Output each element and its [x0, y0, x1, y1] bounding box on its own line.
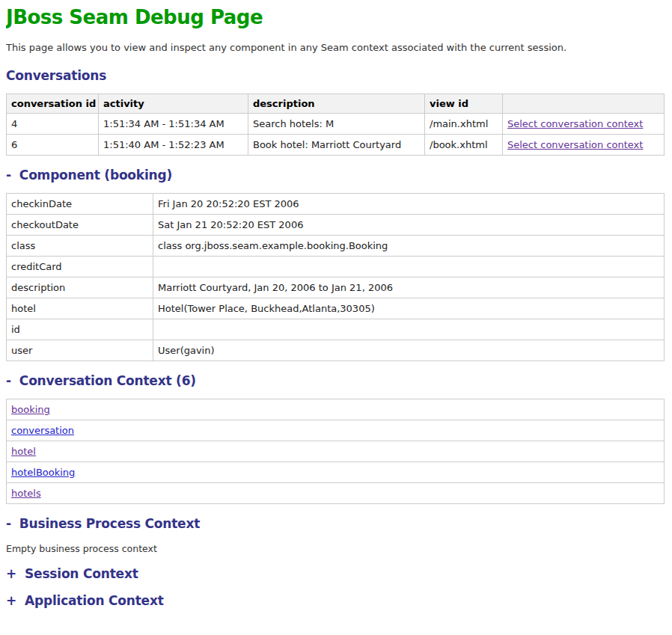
column-header-view-id: view id	[425, 94, 503, 114]
component-section-heading[interactable]: -Component (booking)	[6, 168, 666, 182]
session-context-heading[interactable]: +Session Context	[6, 566, 666, 581]
property-row: user User(gavin)	[7, 340, 665, 361]
context-variable-cell: hotelBooking	[7, 462, 665, 483]
collapse-icon[interactable]: -	[6, 373, 11, 388]
property-value	[153, 319, 665, 340]
context-variable-row: booking	[7, 399, 665, 420]
context-variable-cell: hotel	[7, 441, 665, 462]
conversation-context-table: booking conversation hotel hotelBooking	[6, 399, 665, 504]
context-variable-cell: conversation	[7, 420, 665, 441]
property-name: description	[7, 277, 153, 298]
conversations-table: conversation id activity description vie…	[6, 93, 665, 156]
conversation-context-heading[interactable]: -Conversation Context (6)	[6, 373, 666, 388]
description-cell: Book hotel: Marriott Courtyard	[248, 135, 425, 156]
context-variable-link[interactable]: booking	[11, 404, 50, 415]
property-value: Fri Jan 20 20:52:20 EST 2006	[153, 194, 665, 215]
property-value	[153, 257, 665, 277]
property-row: creditCard	[7, 257, 665, 277]
component-table: checkinDate Fri Jan 20 20:52:20 EST 2006…	[6, 193, 665, 361]
context-variable-link[interactable]: conversation	[11, 425, 74, 436]
property-name: id	[7, 319, 153, 340]
view-id-cell: /main.xhtml	[425, 114, 503, 135]
property-name: user	[7, 340, 153, 361]
property-value: Hotel(Tower Place, Buckhead,Atlanta,3030…	[153, 298, 665, 319]
conversations-heading: Conversations	[6, 68, 666, 83]
column-header-description: description	[248, 94, 425, 114]
property-row: checkinDate Fri Jan 20 20:52:20 EST 2006	[7, 194, 665, 215]
column-header-conversation-id: conversation id	[7, 94, 99, 114]
select-conversation-link[interactable]: Select conversation context	[507, 118, 643, 129]
conversation-id-cell: 4	[7, 114, 99, 135]
property-name: class	[7, 236, 153, 257]
context-variable-cell: booking	[7, 399, 665, 420]
property-row: id	[7, 319, 665, 340]
context-variable-cell: hotels	[7, 483, 665, 504]
property-value: class org.jboss.seam.example.booking.Boo…	[153, 236, 665, 257]
session-context-label[interactable]: Session Context	[25, 566, 138, 581]
page-title: JBoss Seam Debug Page	[6, 6, 666, 28]
context-variable-link[interactable]: hotels	[11, 488, 41, 499]
conversation-context-label[interactable]: Conversation Context (6)	[19, 373, 196, 388]
property-name: checkoutDate	[7, 215, 153, 236]
description-cell: Search hotels: M	[248, 114, 425, 135]
property-row: description Marriott Courtyard, Jan 20, …	[7, 277, 665, 298]
expand-icon[interactable]: +	[6, 593, 16, 608]
conversation-row: 6 1:51:40 AM - 1:52:23 AM Book hotel: Ma…	[7, 135, 665, 156]
property-value: Marriott Courtyard, Jan 20, 2006 to Jan …	[153, 277, 665, 298]
conversation-row: 4 1:51:34 AM - 1:51:34 AM Search hotels:…	[7, 114, 665, 135]
property-name: checkinDate	[7, 194, 153, 215]
component-section-label[interactable]: Component (booking)	[19, 168, 172, 182]
column-header-actions	[503, 94, 665, 114]
column-header-activity: activity	[99, 94, 248, 114]
application-context-label[interactable]: Application Context	[25, 593, 164, 608]
application-context-heading[interactable]: +Application Context	[6, 593, 666, 608]
property-value: Sat Jan 21 20:52:20 EST 2006	[153, 215, 665, 236]
context-variable-row: hotelBooking	[7, 462, 665, 483]
action-cell: Select conversation context	[503, 114, 665, 135]
property-name: creditCard	[7, 257, 153, 277]
collapse-icon[interactable]: -	[6, 516, 11, 531]
conversation-id-cell: 6	[7, 135, 99, 156]
context-variable-row: hotel	[7, 441, 665, 462]
debug-page: JBoss Seam Debug Page This page allows y…	[6, 6, 666, 608]
view-id-cell: /book.xhtml	[425, 135, 503, 156]
activity-cell: 1:51:34 AM - 1:51:34 AM	[99, 114, 248, 135]
intro-text: This page allows you to view and inspect…	[6, 42, 666, 53]
property-row: class class org.jboss.seam.example.booki…	[7, 236, 665, 257]
conversations-header-row: conversation id activity description vie…	[7, 94, 665, 114]
action-cell: Select conversation context	[503, 135, 665, 156]
context-variable-link[interactable]: hotelBooking	[11, 467, 75, 478]
property-row: checkoutDate Sat Jan 21 20:52:20 EST 200…	[7, 215, 665, 236]
activity-cell: 1:51:40 AM - 1:52:23 AM	[99, 135, 248, 156]
property-name: hotel	[7, 298, 153, 319]
property-value: User(gavin)	[153, 340, 665, 361]
context-variable-link[interactable]: hotel	[11, 446, 36, 457]
business-process-context-heading[interactable]: -Business Process Context	[6, 516, 666, 531]
context-variable-row: hotels	[7, 483, 665, 504]
select-conversation-link[interactable]: Select conversation context	[507, 139, 643, 150]
business-process-context-label[interactable]: Business Process Context	[19, 516, 200, 531]
expand-icon[interactable]: +	[6, 566, 16, 581]
context-variable-row: conversation	[7, 420, 665, 441]
collapse-icon[interactable]: -	[6, 168, 11, 182]
property-row: hotel Hotel(Tower Place, Buckhead,Atlant…	[7, 298, 665, 319]
empty-business-process-message: Empty business process context	[6, 543, 666, 554]
